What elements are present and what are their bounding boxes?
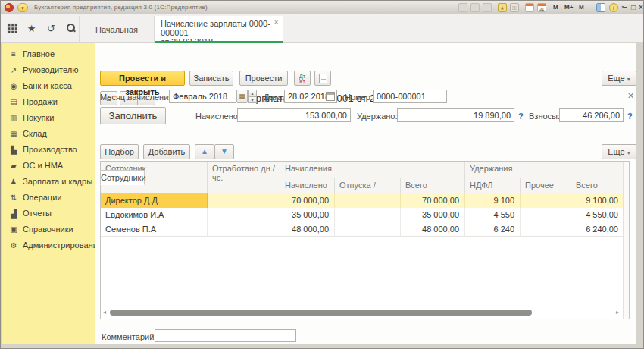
cell-employee[interactable]: Директор Д.Д. <box>101 193 208 208</box>
info-icon[interactable]: i <box>609 3 618 12</box>
cell-worked-days[interactable] <box>208 193 245 208</box>
favorites-star-icon[interactable]: ★ <box>26 23 37 34</box>
col-header-accrued[interactable]: Начислено <box>280 178 335 193</box>
cell-vacation[interactable] <box>335 193 401 208</box>
fill-button[interactable]: Заполнить <box>100 107 166 124</box>
cell-ndfl[interactable]: 9 100 <box>465 193 521 208</box>
month-spin-down[interactable]: ▾ <box>248 96 257 103</box>
withheld-help-icon[interactable]: ? <box>518 112 524 121</box>
cell-ndfl[interactable]: 4 550 <box>465 208 521 222</box>
comment-input[interactable] <box>155 329 296 342</box>
col-group-accruals[interactable]: Начисления <box>280 162 465 178</box>
cell-total-deducted[interactable]: 6 240,00 <box>571 222 624 237</box>
calendar-date-icon[interactable]: 31 <box>537 3 546 12</box>
sidebar-item-salary-hr[interactable]: ♟Зарплата и кадры <box>2 174 95 190</box>
cell-total-accrued[interactable]: 70 000,00 <box>401 193 465 208</box>
col-header-ndfl[interactable]: НДФЛ <box>465 178 521 193</box>
tab-home-page[interactable]: Начальная страница <box>79 16 155 43</box>
col-header-other[interactable]: Прочее <box>521 178 571 193</box>
calc-memory-minus-button[interactable]: М- <box>579 3 586 12</box>
cell-total-accrued[interactable]: 35 000,00 <box>401 208 465 222</box>
favorites-folder-icon[interactable]: ★ <box>498 3 507 12</box>
main-menu-button[interactable]: ▾ <box>17 3 28 12</box>
sidebar-item-purchases[interactable]: ▥Покупки <box>2 110 95 126</box>
horizontal-scrollbar[interactable]: ◂ ▸ <box>101 309 624 316</box>
scroll-left-icon[interactable]: ◂ <box>103 310 106 316</box>
split-window-icon[interactable] <box>596 3 605 12</box>
accrued-input[interactable]: 153 000,00 <box>237 108 351 122</box>
sidebar-item-bank-cash[interactable]: ◉Банк и касса <box>2 78 95 94</box>
table-row[interactable]: Семенов П.А 48 000,00 48 000,00 6 240 6 … <box>101 222 624 237</box>
sidebar-item-reports[interactable]: ▟Отчеты <box>2 206 95 222</box>
more-button-grid[interactable]: Еще ▾ <box>602 144 636 159</box>
history-icon[interactable]: ↺ <box>45 23 57 34</box>
sidebar-item-directories[interactable]: ▣Справочники <box>2 222 95 237</box>
date-calendar-icon[interactable] <box>326 92 335 101</box>
month-choose-icon[interactable]: ▦ <box>236 90 248 103</box>
move-down-button[interactable]: ▼ <box>214 144 234 159</box>
sidebar-item-main[interactable]: ≡Главное <box>2 46 95 62</box>
col-header-vacation[interactable]: Отпуска / <box>335 178 401 193</box>
cell-worked-hours[interactable] <box>245 193 280 208</box>
col-header-total-deductions[interactable]: Всего <box>571 178 624 193</box>
more-button-top[interactable]: Еще ▾ <box>602 71 636 86</box>
calendar-icon[interactable] <box>525 3 534 12</box>
sections-menu-icon[interactable] <box>7 23 18 34</box>
sidebar-item-administration[interactable]: ⚙Администрирование <box>2 237 95 253</box>
month-spin-up[interactable]: ▴ <box>248 90 257 96</box>
document-report-icon[interactable] <box>314 71 331 86</box>
calc-memory-plus-button[interactable]: М+ <box>564 3 573 12</box>
col-header-worked[interactable]: Отработано дн./чс. <box>208 162 280 193</box>
cell-accrued[interactable]: 35 000,00 <box>280 208 335 222</box>
cell-total-deducted[interactable]: 9 100,00 <box>571 193 624 208</box>
cell-worked-hours[interactable] <box>245 222 280 237</box>
cell-other[interactable] <box>521 222 571 237</box>
close-window-button[interactable]: × <box>639 3 643 12</box>
sidebar-item-fixed-assets[interactable]: ▰ОС и НМА <box>2 158 95 174</box>
post-and-close-button[interactable]: Провести и закрыть <box>100 71 185 86</box>
debit-credit-icon[interactable]: ДтКт <box>294 71 311 86</box>
table-row[interactable]: Директор Д.Д. 70 000,00 70 000,00 9 100 … <box>101 193 624 208</box>
scrollbar-thumb[interactable] <box>110 310 532 316</box>
col-header-total-accruals[interactable]: Всего <box>401 178 465 193</box>
scroll-right-icon[interactable]: ▸ <box>616 310 619 316</box>
minimize-button[interactable]: – <box>623 3 627 12</box>
table-row[interactable]: Евдокимов И.А 35 000,00 35 000,00 4 550 … <box>101 208 624 222</box>
save-button[interactable]: Записать <box>189 71 233 86</box>
cell-other[interactable] <box>521 208 571 222</box>
contributions-input[interactable]: 46 206,00 <box>559 108 624 122</box>
cell-vacation[interactable] <box>335 208 401 222</box>
cell-worked-days[interactable] <box>208 222 245 237</box>
cell-accrued[interactable]: 48 000,00 <box>280 222 335 237</box>
cell-worked-days[interactable] <box>208 208 245 222</box>
sidebar-item-operations[interactable]: ⇅Операции <box>2 190 95 206</box>
cell-other[interactable] <box>521 193 571 208</box>
withheld-input[interactable]: 19 890,00 <box>397 108 514 122</box>
cell-total-accrued[interactable]: 48 000,00 <box>401 222 465 237</box>
cell-accrued[interactable]: 70 000,00 <box>280 193 335 208</box>
sidebar-item-sales[interactable]: ▤Продажи <box>2 94 95 110</box>
number-input[interactable]: 0000-000001 <box>373 90 447 103</box>
cell-employee[interactable]: Евдокимов И.А <box>101 208 208 222</box>
cell-total-deducted[interactable]: 4 550,00 <box>571 208 624 222</box>
cell-employee[interactable]: Семенов П.А <box>101 222 208 237</box>
tab-employees[interactable]: Сотрудники <box>100 170 145 185</box>
sidebar-item-production[interactable]: ▙Производство <box>2 142 95 158</box>
cell-worked-hours[interactable] <box>245 208 280 222</box>
cell-vacation[interactable] <box>335 222 401 237</box>
close-form-icon[interactable]: ✕ <box>627 91 634 101</box>
cell-ndfl[interactable]: 6 240 <box>465 222 521 237</box>
restore-button[interactable]: □ <box>631 3 636 12</box>
vertical-scrollbar[interactable] <box>623 162 629 319</box>
post-button[interactable]: Провести <box>239 71 288 86</box>
add-button[interactable]: Добавить <box>143 144 190 159</box>
move-up-button[interactable]: ▲ <box>195 144 214 159</box>
col-group-deductions[interactable]: Удержания <box>465 162 624 178</box>
sidebar-item-manager[interactable]: ↗Руководителю <box>2 62 95 78</box>
calc-memory-button[interactable]: М <box>553 3 558 12</box>
sidebar-item-warehouse[interactable]: ▦Склад <box>2 126 95 142</box>
tab-salary-document[interactable]: Начисление зарплаты 0000-000001 от 28.02… <box>155 16 283 43</box>
pick-button[interactable]: Подбор <box>100 144 139 159</box>
lock-icon[interactable]: ⚿ <box>510 3 519 12</box>
contributions-help-icon[interactable]: ? <box>627 112 633 121</box>
